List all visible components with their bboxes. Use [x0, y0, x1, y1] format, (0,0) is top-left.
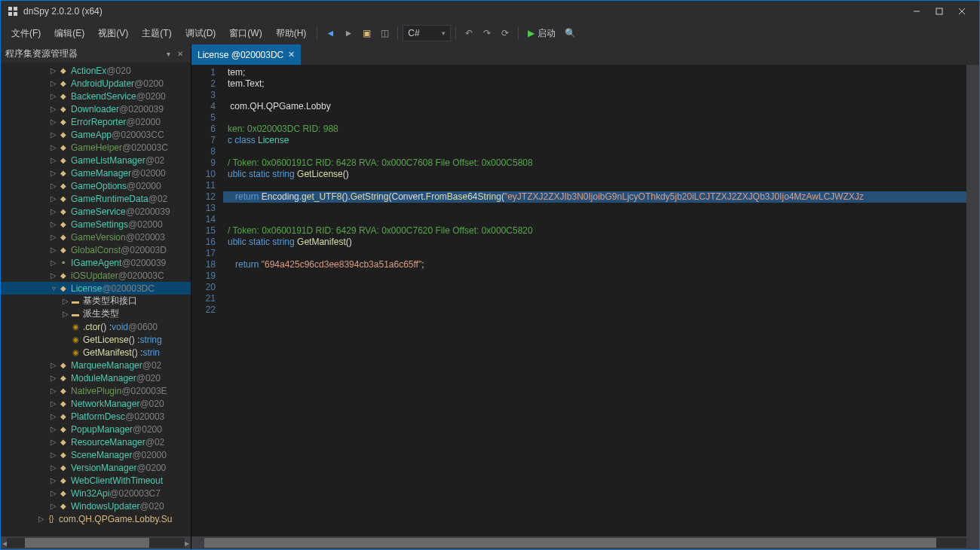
menu-window[interactable]: 窗口(W) [223, 25, 268, 42]
maximize-button[interactable] [928, 3, 951, 20]
refresh-button[interactable]: ⟳ [497, 25, 513, 41]
window-title: dnSpy 2.0.2.0 (x64) [23, 6, 103, 17]
tree-item[interactable]: ▷◆Downloader @0200039 [1, 102, 191, 115]
menu-file[interactable]: 文件(F) [5, 25, 47, 42]
tree-item[interactable]: ▷◆WindowsUpdater @020 [1, 500, 191, 512]
svg-rect-0 [8, 7, 12, 11]
svg-rect-3 [14, 12, 17, 16]
tree-item[interactable]: ▷◆BackendService @0200 [1, 90, 191, 102]
tree-item[interactable]: ▷◆GameVersion @020003 [1, 231, 191, 243]
tree-item[interactable]: ▷◆VersionManager @0200 [1, 461, 191, 474]
tab-close-icon[interactable]: ✕ [288, 50, 295, 60]
tab-label: License @020003DC [198, 50, 283, 60]
tree-item[interactable]: ▷◆SceneManager @02000 [1, 448, 191, 461]
close-button[interactable] [951, 3, 973, 20]
svg-rect-1 [14, 7, 17, 11]
open-button[interactable]: ▣ [358, 25, 375, 41]
language-combo[interactable]: C#▾ [403, 25, 451, 41]
assembly-tree[interactable]: ▷◆ActionEx @020▷◆AndroidUpdater @0200▷◆B… [1, 63, 191, 536]
tree-item[interactable]: ▷◆NetworkManager @020 [1, 397, 191, 410]
tree-item[interactable]: ▷◆GameApp @020003CC [1, 128, 191, 141]
tree-item[interactable]: ▷▬基类型和接口 [1, 295, 191, 307]
tree-item[interactable]: ▷◆GameSettings @02000 [1, 218, 191, 231]
titlebar: dnSpy 2.0.2.0 (x64) [1, 1, 979, 22]
panel-title: 程序集资源管理器 [5, 47, 78, 60]
start-label: 启动 [537, 27, 556, 40]
tree-item[interactable]: ▷◆Win32Api @020003C7 [1, 487, 191, 500]
tree-item[interactable]: ◉GetLicense() : string [1, 333, 191, 346]
tree-item[interactable]: ▷◆PlatformDesc @020003 [1, 410, 191, 423]
tree-item[interactable]: ▷{}com.QH.QPGame.Lobby.Su [1, 512, 191, 525]
menu-debug[interactable]: 调试(D) [179, 25, 222, 42]
tree-item[interactable]: ▷◆GlobalConst @020003D [1, 243, 191, 256]
minimize-button[interactable] [905, 3, 928, 20]
panel-close-button[interactable]: ✕ [174, 47, 186, 60]
undo-button[interactable]: ↶ [461, 25, 477, 41]
tree-item[interactable]: ▷◆iOSUpdater @020003C [1, 269, 191, 282]
editor-vscrollbar[interactable] [966, 65, 979, 536]
tree-item[interactable]: ▷◆GameRuntimeData @02 [1, 192, 191, 205]
menu-view[interactable]: 视图(V) [92, 25, 134, 42]
editor-area: License @020003DC ✕ 12345678910111213141… [191, 44, 979, 549]
code-editor[interactable]: 12345678910111213141516171819202122 tem;… [191, 65, 979, 536]
editor-tabs: License @020003DC ✕ [191, 44, 979, 65]
panel-dropdown-button[interactable]: ▾ [162, 47, 174, 60]
nav-back-button[interactable]: ◄ [322, 25, 338, 41]
nav-forward-button[interactable]: ► [340, 25, 357, 41]
tab-license[interactable]: License @020003DC ✕ [191, 44, 301, 65]
play-icon: ▶ [528, 28, 534, 38]
tree-item[interactable]: ▷◆GameService @0200039 [1, 205, 191, 218]
panel-header: 程序集资源管理器 ▾ ✕ [1, 44, 191, 63]
tree-item[interactable]: ▿◆License @020003DC [1, 282, 191, 295]
start-button[interactable]: ▶启动 [523, 27, 560, 40]
tree-item[interactable]: ◉.ctor() : void @0600 [1, 320, 191, 333]
menubar: 文件(F) 编辑(E) 视图(V) 主题(T) 调试(D) 窗口(W) 帮助(H… [1, 22, 979, 44]
tree-item[interactable]: ▷◆GameListManager @02 [1, 154, 191, 167]
line-gutter: 12345678910111213141516171819202122 [191, 65, 223, 536]
tree-item[interactable]: ◉GetManifest() : strin [1, 346, 191, 359]
redo-button[interactable]: ↷ [479, 25, 495, 41]
svg-rect-2 [8, 12, 12, 16]
menu-theme[interactable]: 主题(T) [136, 25, 177, 42]
search-button[interactable]: 🔍 [562, 25, 578, 41]
tree-item[interactable]: ▷◆GameOptions @02000 [1, 179, 191, 192]
editor-hscrollbar[interactable] [191, 536, 979, 549]
menu-help[interactable]: 帮助(H) [270, 25, 313, 42]
tree-item[interactable]: ▷◆ResourceManager @02 [1, 435, 191, 448]
tree-item[interactable]: ▷◆NativePlugin @020003E [1, 384, 191, 397]
tree-item[interactable]: ▷◆ModuleManager @020 [1, 371, 191, 384]
svg-rect-5 [936, 8, 942, 14]
tree-item[interactable]: ▷◆GameHelper @020003C [1, 141, 191, 154]
tree-item[interactable]: ▷◆PopupManager @0200 [1, 423, 191, 435]
tree-hscrollbar[interactable]: ◂ ▸ [1, 536, 191, 549]
language-label: C# [408, 28, 419, 38]
tree-item[interactable]: ▷▬派生类型 [1, 307, 191, 320]
tree-item[interactable]: ▷◆ErrorReporter @02000 [1, 115, 191, 128]
assembly-explorer-panel: 程序集资源管理器 ▾ ✕ ▷◆ActionEx @020▷◆AndroidUpd… [1, 44, 191, 549]
menu-edit[interactable]: 编辑(E) [48, 25, 90, 42]
toggle-button[interactable]: ◫ [376, 25, 393, 41]
tree-item[interactable]: ▷◆GameManager @02000 [1, 167, 191, 179]
code-source[interactable]: tem;tem.Text; com.QH.QPGame.Lobbyken: 0x… [223, 65, 966, 536]
tree-item[interactable]: ▷⚬IGameAgent @0200039 [1, 256, 191, 269]
tree-item[interactable]: ▷◆WebClientWithTimeout [1, 474, 191, 487]
app-icon [7, 5, 19, 17]
tree-item[interactable]: ▷◆AndroidUpdater @0200 [1, 77, 191, 90]
tree-item[interactable]: ▷◆MarqueeManager @02 [1, 359, 191, 371]
tree-item[interactable]: ▷◆ActionEx @020 [1, 64, 191, 77]
